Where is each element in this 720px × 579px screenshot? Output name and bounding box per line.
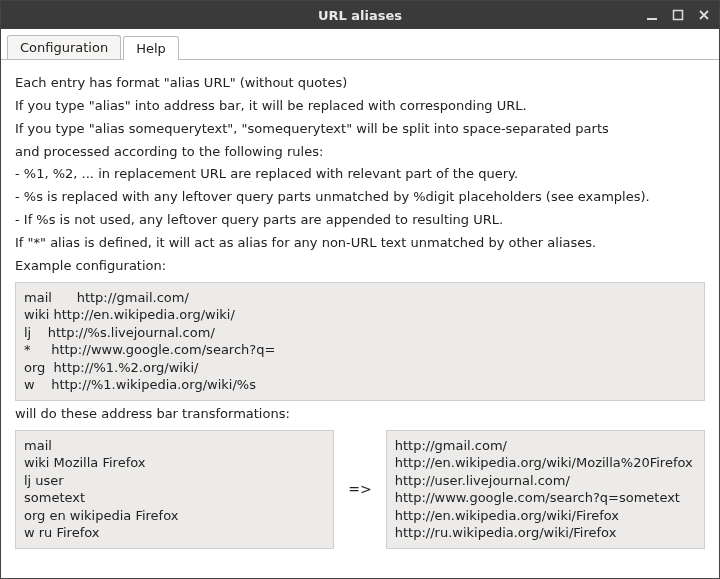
- window-button-group: [643, 6, 713, 24]
- window-title: URL aliases: [1, 8, 719, 23]
- app-window: URL aliases Configuration Help Each entr…: [0, 0, 720, 579]
- help-text-line: and processed according to the following…: [15, 143, 705, 162]
- help-text-line: will do these address bar transformation…: [15, 405, 705, 424]
- help-panel: Each entry has format "alias URL" (witho…: [1, 60, 719, 578]
- tab-help[interactable]: Help: [123, 36, 179, 60]
- help-text-line: - %s is replaced with any leftover query…: [15, 188, 705, 207]
- svg-rect-0: [647, 18, 657, 20]
- help-text-line: Example configuration:: [15, 257, 705, 276]
- help-text-line: Each entry has format "alias URL" (witho…: [15, 74, 705, 93]
- help-text-line: - %1, %2, ... in replacement URL are rep…: [15, 165, 705, 184]
- transform-output-box: http://gmail.com/ http://en.wikipedia.or…: [386, 430, 705, 549]
- transform-input-box: mail wiki Mozilla Firefox lj user somete…: [15, 430, 334, 549]
- help-text-line: If you type "alias" into address bar, it…: [15, 97, 705, 116]
- close-icon[interactable]: [695, 6, 713, 24]
- maximize-icon[interactable]: [669, 6, 687, 24]
- minimize-icon[interactable]: [643, 6, 661, 24]
- svg-rect-1: [674, 11, 683, 20]
- titlebar: URL aliases: [1, 1, 719, 29]
- tab-configuration[interactable]: Configuration: [7, 35, 121, 59]
- help-text-line: - If %s is not used, any leftover query …: [15, 211, 705, 230]
- transformation-row: mail wiki Mozilla Firefox lj user somete…: [15, 430, 705, 549]
- help-text-line: If you type "alias somequerytext", "some…: [15, 120, 705, 139]
- tab-bar: Configuration Help: [1, 29, 719, 60]
- arrow-icon: =>: [344, 481, 375, 497]
- example-config-box: mail http://gmail.com/ wiki http://en.wi…: [15, 282, 705, 401]
- help-text-line: If "*" alias is defined, it will act as …: [15, 234, 705, 253]
